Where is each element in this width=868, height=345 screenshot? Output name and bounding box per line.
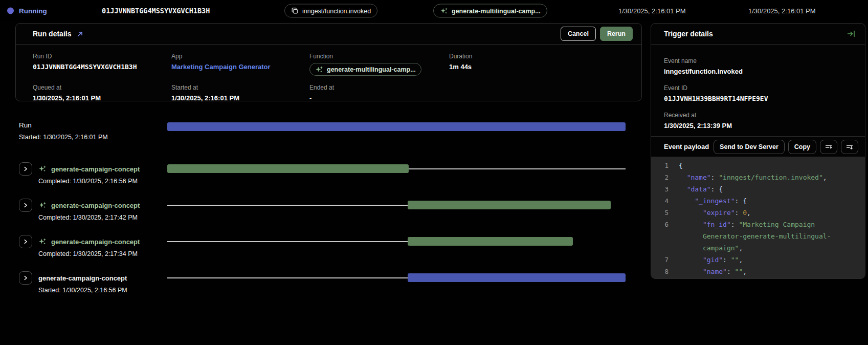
app-link[interactable]: Marketing Campaign Generator [171, 63, 309, 71]
code-line: 6 "fn_id": "Marketing Campaign Generator… [651, 219, 859, 254]
queued-timestamp: 1/30/2025, 2:16:01 PM [618, 7, 686, 15]
run-timeline: Run Started: 1/30/2025, 2:16:01 PM gener… [19, 121, 626, 308]
function-badge[interactable]: generate-multilingual-camp... [433, 4, 547, 18]
code-content: { [679, 160, 859, 171]
step-name: generate-campaign-concept [51, 238, 140, 246]
run-started-text: Started: 1/30/2025, 2:16:01 PM [19, 134, 167, 141]
status-dot-icon [7, 8, 14, 14]
chevron-right-icon [23, 239, 29, 245]
arrow-to-bar-icon [847, 30, 855, 38]
event-payload-code[interactable]: 1 { 2 "name": "inngest/function.invoked"… [651, 157, 865, 278]
run-details-title: Run details [33, 30, 71, 38]
sparkle-icon [315, 66, 323, 74]
expand-step-button[interactable] [19, 271, 32, 285]
step-status-text: Completed: 1/30/2025, 2:17:42 PM [38, 214, 167, 221]
trigger-field: Event name inngest/function.invoked [664, 57, 852, 75]
sparkle-icon [38, 165, 47, 173]
timeline-bar[interactable] [167, 164, 409, 173]
code-line: 7 "gid": "", [651, 254, 859, 266]
code-content: "name": "", [679, 266, 859, 277]
timeline-bar[interactable] [408, 273, 626, 282]
timeline-bar[interactable] [408, 201, 611, 209]
code-line: 9 "source_app_id": "" [651, 277, 859, 278]
lines-down-arrow-icon [845, 143, 854, 151]
trigger-details-title: Trigger details [664, 30, 713, 38]
rerun-button[interactable]: Rerun [600, 27, 633, 41]
trigger-field: Event ID 01JJVNH1H39BBH9RT14NFPE9EV [664, 84, 852, 102]
step-status-text: Completed: 1/30/2025, 2:16:56 PM [38, 178, 167, 185]
field-value: 1/30/2025, 2:16:01 PM [33, 94, 171, 102]
word-wrap-button[interactable] [820, 140, 837, 154]
field-label: Received at [664, 112, 852, 119]
event-badge-label: inngest/function.invoked [302, 7, 371, 14]
top-bar: Running 01JJVNNBTGG4MSSYVXGVCH1B3H innge… [0, 0, 868, 21]
expand-step-button[interactable] [19, 162, 32, 176]
expand-step-button[interactable] [19, 235, 32, 248]
run-details-fields: Run ID01JJVNNBTGG4MSSYVXGVCH1B3H AppMark… [16, 45, 641, 102]
step-name: generate-campaign-concept [51, 165, 140, 173]
sparkle-icon [38, 165, 47, 173]
detail-field: Ended at- [309, 84, 449, 102]
detail-field: AppMarketing Campaign Generator [171, 53, 309, 76]
chevron-right-icon [23, 166, 29, 172]
function-badge[interactable]: generate-multilingual-camp... [309, 63, 421, 76]
field-label: Ended at [309, 84, 449, 91]
timeline-track [167, 273, 626, 283]
field-label: Function [309, 53, 449, 60]
timeline-step-row[interactable]: generate-campaign-concept Started: 1/30/… [19, 271, 626, 294]
sparkle-icon [440, 7, 448, 15]
field-value: inngest/function.invoked [664, 68, 852, 75]
run-id-text: 01JJVNNBTGG4MSSYVXGVCH1B3H [102, 7, 210, 15]
timeline-run-row: Run Started: 1/30/2025, 2:16:01 PM [19, 121, 626, 141]
sparkle-icon [38, 201, 47, 209]
word-wrap-icon [825, 143, 833, 151]
timeline-track [167, 201, 626, 210]
event-badge[interactable]: inngest/function.invoked [284, 4, 377, 18]
sparkle-icon [38, 238, 47, 246]
field-value: 01JJVNNBTGG4MSSYVXGVCH1B3H [33, 63, 171, 71]
send-to-dev-server-button[interactable]: Send to Dev Server [714, 140, 785, 154]
chevron-right-icon [23, 202, 29, 208]
step-name: generate-campaign-concept [51, 202, 140, 209]
detail-field: Function generate-multilingual-camp... [309, 53, 449, 76]
code-content: "name": "inngest/function.invoked", [679, 171, 859, 183]
line-number: 5 [651, 207, 679, 219]
trigger-details-header: Trigger details [651, 24, 865, 45]
code-line: 2 "name": "inngest/function.invoked", [651, 171, 859, 183]
code-content: "source_app_id": "" [679, 277, 859, 278]
detail-field: Duration1m 44s [449, 53, 641, 76]
field-value: - [309, 94, 449, 102]
chevron-right-icon [23, 275, 29, 281]
detail-field: Queued at1/30/2025, 2:16:01 PM [33, 84, 171, 102]
field-label: Queued at [33, 84, 171, 91]
event-payload-bar: Event payload Send to Dev Server Copy [651, 136, 865, 157]
status-label: Running [19, 7, 47, 15]
run-details-card: Run details Cancel Rerun Run ID01JJVNNBT… [15, 23, 642, 101]
run-details-header: Run details Cancel Rerun [16, 24, 641, 45]
code-line: 5 "expire": 0, [651, 207, 859, 219]
sparkle-icon [38, 201, 47, 209]
timeline-line [167, 205, 408, 206]
external-link-icon[interactable] [77, 31, 83, 37]
copy-payload-button[interactable]: Copy [788, 140, 816, 154]
timeline-track [167, 237, 626, 246]
timeline-step-row[interactable]: generate-campaign-concept Completed: 1/3… [19, 162, 626, 185]
cancel-button[interactable]: Cancel [561, 27, 596, 41]
field-label: Event name [664, 57, 852, 64]
copy-icon [291, 7, 299, 15]
step-status-text: Completed: 1/30/2025, 2:17:34 PM [38, 250, 167, 257]
line-number: 4 [651, 195, 679, 207]
jump-to-bottom-button[interactable] [841, 140, 858, 154]
started-timestamp: 1/30/2025, 2:16:01 PM [748, 7, 816, 15]
timeline-step-row[interactable]: generate-campaign-concept Completed: 1/3… [19, 235, 626, 257]
field-value: 1m 44s [449, 63, 641, 71]
timeline-step-row[interactable]: generate-campaign-concept Completed: 1/3… [19, 199, 626, 221]
timeline-bar[interactable] [167, 122, 626, 131]
collapse-panel-button[interactable] [845, 28, 857, 40]
expand-step-button[interactable] [19, 199, 32, 212]
run-label: Run [19, 121, 167, 130]
trigger-details-panel: Trigger details Event name inngest/funct… [651, 23, 865, 279]
timeline-bar[interactable] [408, 237, 573, 246]
code-line: 4 "_inngest": { [651, 195, 859, 207]
line-number: 8 [651, 266, 679, 277]
